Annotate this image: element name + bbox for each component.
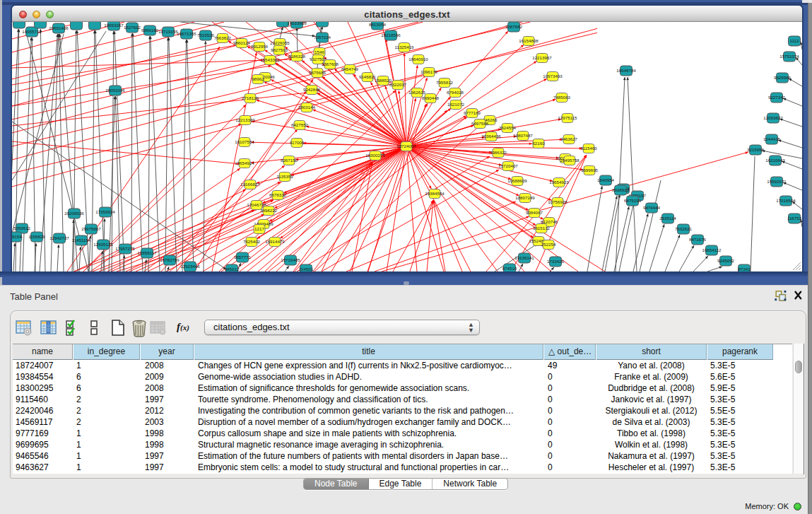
svg-text:10807487: 10807487 <box>513 133 533 138</box>
svg-text:1156829: 1156829 <box>28 234 45 239</box>
svg-text:16033809: 16033809 <box>287 22 307 25</box>
svg-text:417006: 417006 <box>290 140 305 145</box>
svg-text:17359924: 17359924 <box>95 209 115 214</box>
svg-text:17016504: 17016504 <box>776 198 796 203</box>
svg-text:7485063: 7485063 <box>553 95 571 100</box>
svg-text:10688609: 10688609 <box>507 178 527 183</box>
svg-text:2935114: 2935114 <box>659 216 676 221</box>
svg-text:8186328: 8186328 <box>288 54 306 59</box>
svg-text:1527602: 1527602 <box>124 25 141 30</box>
svg-text:7955812: 7955812 <box>436 80 454 85</box>
svg-text:98962: 98962 <box>252 76 264 81</box>
svg-text:20691406: 20691406 <box>49 25 69 30</box>
svg-text:16671355: 16671355 <box>177 31 196 36</box>
svg-text:8454749: 8454749 <box>341 66 359 71</box>
svg-text:19384554: 19384554 <box>425 191 445 196</box>
svg-text:20206536: 20206536 <box>64 211 84 216</box>
svg-text:945012: 945012 <box>225 267 240 271</box>
svg-text:1244415: 1244415 <box>763 136 781 141</box>
svg-text:23226055: 23226055 <box>270 40 290 45</box>
svg-text:9245052: 9245052 <box>717 258 735 263</box>
svg-text:18807249: 18807249 <box>515 195 535 200</box>
svg-text:6497568: 6497568 <box>471 121 489 126</box>
svg-text:8990448: 8990448 <box>422 95 440 100</box>
svg-text:9657771: 9657771 <box>234 255 252 259</box>
svg-text:8322037: 8322037 <box>389 82 407 87</box>
svg-text:12505135: 12505135 <box>93 242 113 247</box>
svg-text:9860124: 9860124 <box>233 40 251 45</box>
svg-text:8427552: 8427552 <box>291 122 309 127</box>
svg-text:224501: 224501 <box>299 267 314 271</box>
svg-text:116753: 116753 <box>787 216 802 221</box>
svg-text:9227342: 9227342 <box>768 95 786 100</box>
svg-text:8912954: 8912954 <box>251 44 269 49</box>
svg-text:9463627: 9463627 <box>560 136 578 141</box>
svg-text:87341: 87341 <box>738 267 751 271</box>
svg-text:10654112: 10654112 <box>702 247 722 252</box>
svg-text:9474444: 9474444 <box>643 205 661 210</box>
svg-text:1217: 1217 <box>254 226 264 231</box>
svg-text:1096176: 1096176 <box>420 69 438 74</box>
svg-text:20364436: 20364436 <box>481 134 501 139</box>
svg-text:11451194: 11451194 <box>72 238 91 243</box>
svg-text:14055712: 14055712 <box>22 29 42 34</box>
svg-text:6966160: 6966160 <box>141 28 159 33</box>
svg-text:6794028: 6794028 <box>447 90 464 95</box>
svg-text:7663822: 7663822 <box>214 35 232 40</box>
svg-text:8813054: 8813054 <box>369 22 387 27</box>
svg-text:12213369: 12213369 <box>235 117 255 122</box>
svg-text:7632621: 7632621 <box>675 226 693 231</box>
svg-text:9146821: 9146821 <box>359 74 377 79</box>
svg-text:16107554: 16107554 <box>235 139 254 144</box>
svg-text:1546: 1546 <box>314 49 324 54</box>
svg-text:17957275: 17957275 <box>115 246 135 251</box>
svg-text:1362615: 1362615 <box>408 90 426 95</box>
svg-text:9329966: 9329966 <box>774 75 792 80</box>
svg-text:10973493: 10973493 <box>543 74 563 78</box>
svg-text:5675685: 5675685 <box>309 70 326 75</box>
svg-text:12975115: 12975115 <box>558 115 577 120</box>
svg-text:29053346: 29053346 <box>105 88 125 93</box>
svg-text:2803144: 2803144 <box>298 105 316 110</box>
svg-text:9827503: 9827503 <box>271 47 288 52</box>
svg-text:15592971: 15592971 <box>767 179 787 184</box>
svg-text:8938923: 8938923 <box>612 187 630 192</box>
svg-text:16648784: 16648784 <box>616 68 636 73</box>
svg-text:7986322: 7986322 <box>490 150 507 155</box>
svg-text:7357224: 7357224 <box>314 35 331 40</box>
svg-text:3498222: 3498222 <box>260 208 278 213</box>
svg-text:15720407: 15720407 <box>498 163 518 168</box>
svg-text:1621072: 1621072 <box>447 102 465 107</box>
svg-text:16210643: 16210643 <box>765 158 785 163</box>
svg-text:14136141: 14136141 <box>514 255 534 260</box>
svg-text:10653267: 10653267 <box>104 23 124 28</box>
svg-text:19218596: 19218596 <box>381 33 401 37</box>
svg-text:9699695: 9699695 <box>581 168 599 173</box>
svg-text:16495758: 16495758 <box>560 158 579 163</box>
svg-text:8267150: 8267150 <box>281 158 298 163</box>
svg-text:29975867: 29975867 <box>81 226 101 231</box>
svg-text:8471676: 8471676 <box>689 237 707 242</box>
svg-text:62160: 62160 <box>532 141 545 146</box>
svg-text:9115460: 9115460 <box>580 146 597 151</box>
svg-text:16154808: 16154808 <box>519 38 539 43</box>
svg-text:1112: 1112 <box>790 38 799 43</box>
svg-text:6879193: 6879193 <box>624 198 642 203</box>
svg-text:19166827: 19166827 <box>240 182 260 187</box>
svg-text:10719155: 10719155 <box>158 29 178 34</box>
svg-text:12093822: 12093822 <box>763 115 783 120</box>
svg-text:18300275: 18300275 <box>365 153 385 158</box>
svg-text:1640954: 1640954 <box>597 177 615 182</box>
svg-text:9777169: 9777169 <box>464 110 481 115</box>
svg-text:10958117: 10958117 <box>137 250 157 255</box>
svg-text:3624554: 3624554 <box>499 125 517 130</box>
svg-text:12213967: 12213967 <box>532 55 552 60</box>
svg-text:2367608: 2367608 <box>322 62 339 66</box>
svg-text:5350612: 5350612 <box>13 226 31 230</box>
svg-text:9084067: 9084067 <box>526 210 543 215</box>
svg-text:16543362: 16543362 <box>260 57 280 62</box>
svg-text:11325419: 11325419 <box>394 45 414 49</box>
svg-text:1135359: 1135359 <box>276 174 293 179</box>
svg-text:8678332: 8678332 <box>269 192 287 197</box>
svg-text:19654924: 19654924 <box>235 160 254 165</box>
